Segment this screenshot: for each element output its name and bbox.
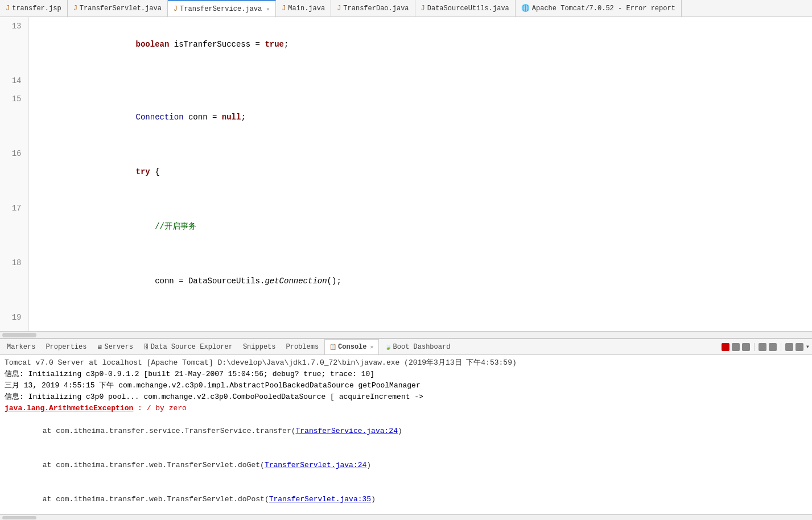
tab-label: TransferServlet.java <box>80 5 162 13</box>
servers-icon: 🖥 <box>97 344 102 350</box>
tab-label: Servers <box>104 343 133 351</box>
console-content[interactable]: Tomcat v7.0 Server at localhost [Apache … <box>0 355 812 514</box>
word-wrap-button[interactable] <box>769 343 777 351</box>
scrollbar-thumb <box>2 333 36 337</box>
tab-main-java[interactable]: J Main.java <box>276 0 331 16</box>
table-row: 17 //开启事务 <box>0 199 812 254</box>
console-tabs: Markers Properties 🖥 Servers 🗄 Data Sour… <box>0 339 812 355</box>
datasource-icon: 🗄 <box>143 344 149 350</box>
tab-icon: 🌐 <box>521 4 530 13</box>
close-icon[interactable]: ✕ <box>370 344 374 350</box>
tab-label: transfer.jsp <box>12 5 61 13</box>
tab-datasourceutils-java[interactable]: J DataSourceUtils.java <box>415 0 516 16</box>
open-console-button[interactable] <box>795 343 803 351</box>
tab-markers[interactable]: Markers <box>2 339 40 354</box>
tab-boot-dashboard[interactable]: 🍃 Boot Dashboard <box>380 339 455 354</box>
console-icon: 📋 <box>329 344 336 350</box>
code-container[interactable]: 13 boolean isTranferSuccess = true; 14 1… <box>0 17 812 331</box>
console-line-1: 信息: Initializing c3p0-0.9.1.2 [built 21-… <box>5 369 807 380</box>
tab-problems[interactable]: Problems <box>282 339 324 354</box>
line-content: Connection conn = null; <box>28 90 812 145</box>
close-icon[interactable]: ✕ <box>266 6 270 13</box>
exception-message: : / by zero <box>138 404 187 412</box>
line-number: 14 <box>0 72 28 90</box>
scroll-lock-button[interactable] <box>759 343 766 351</box>
tab-label: DataSourceUtils.java <box>427 5 509 13</box>
editor-scrollbar[interactable] <box>0 331 812 338</box>
tab-label: Markers <box>7 343 35 351</box>
tab-icon: J <box>337 5 341 13</box>
stack-link-3[interactable]: TransferServlet.java:35 <box>269 495 371 504</box>
bottom-panel: Markers Properties 🖥 Servers 🗄 Data Sour… <box>0 338 812 520</box>
console-toolbar: ▾ <box>722 342 810 351</box>
tab-servers[interactable]: 🖥 Servers <box>92 339 137 354</box>
exception-link[interactable]: java.lang.ArithmeticException <box>5 404 138 412</box>
separator <box>754 343 755 351</box>
tab-icon: J <box>6 5 10 13</box>
table-row: 16 try { <box>0 145 812 199</box>
tab-label: Problems <box>286 343 319 351</box>
code-table: 13 boolean isTranferSuccess = true; 14 1… <box>0 17 812 331</box>
tab-label: TransferDao.java <box>343 5 409 13</box>
stack-link-1[interactable]: TransferService.java:24 <box>296 427 398 435</box>
line-content <box>28 72 812 90</box>
tab-label: Properties <box>46 343 86 351</box>
line-number: 17 <box>0 199 28 254</box>
tab-icon: J <box>174 5 178 13</box>
table-row: 14 <box>0 72 812 90</box>
tab-apache-tomcat[interactable]: 🌐 Apache Tomcat/7.0.52 - Error report <box>516 0 682 16</box>
tab-transfer-jsp[interactable]: J transfer.jsp <box>0 0 68 16</box>
boot-icon: 🍃 <box>385 344 391 350</box>
tab-icon: J <box>282 5 286 13</box>
console-line-2: 三月 13, 2019 4:55:15 下午 com.mchange.v2.c3… <box>5 380 807 391</box>
stop-button[interactable] <box>722 343 729 351</box>
line-number: 19 <box>0 308 28 331</box>
tab-label: Snippets <box>243 343 276 351</box>
tab-icon: J <box>73 5 77 13</box>
line-content: //开启事务 <box>28 199 812 254</box>
console-stack-3: at com.itheima.transfer.web.TransferServ… <box>5 482 807 514</box>
tab-label: TransferService.java <box>180 5 262 13</box>
table-row: 15 Connection conn = null; <box>0 90 812 145</box>
tab-transferservlet-java[interactable]: J TransferServlet.java <box>68 0 168 16</box>
tab-label: Data Source Explorer <box>151 343 233 351</box>
tab-label: Console <box>338 343 366 351</box>
console-error-line: java.lang.ArithmeticException : / by zer… <box>5 403 807 414</box>
line-content: boolean isTranferSuccess = true; <box>28 17 812 72</box>
tab-snippets[interactable]: Snippets <box>238 339 281 354</box>
tab-transferdao-java[interactable]: J TransferDao.java <box>331 0 415 16</box>
tab-label: Boot Dashboard <box>393 343 451 351</box>
line-number: 15 <box>0 90 28 145</box>
tab-label: Main.java <box>288 5 325 13</box>
separator2 <box>781 343 781 351</box>
editor-area: 13 boolean isTranferSuccess = true; 14 1… <box>0 17 812 338</box>
stack-link-2[interactable]: TransferServlet.java:24 <box>265 461 366 469</box>
scrollbar-thumb <box>2 516 36 519</box>
line-content: try { <box>28 145 812 199</box>
pin-button[interactable] <box>785 343 793 351</box>
line-content: conn.setAutoCommit(false); <box>28 308 812 331</box>
line-number: 13 <box>0 17 28 72</box>
table-row: 13 boolean isTranferSuccess = true; <box>0 17 812 72</box>
line-number: 18 <box>0 254 28 308</box>
line-content: conn = DataSourceUtils.getConnection(); <box>28 254 812 308</box>
console-stack-1: at com.itheima.transfer.service.Transfer… <box>5 414 807 448</box>
console-line-3: 信息: Initializing c3p0 pool... com.mchang… <box>5 391 807 403</box>
table-row: 18 conn = DataSourceUtils.getConnection(… <box>0 254 812 308</box>
tab-bar: J transfer.jsp J TransferServlet.java J … <box>0 0 812 17</box>
tab-data-source-explorer[interactable]: 🗄 Data Source Explorer <box>139 339 237 354</box>
console-server-line: Tomcat v7.0 Server at localhost [Apache … <box>5 357 807 369</box>
chevron-down-icon[interactable]: ▾ <box>806 342 810 351</box>
tab-label: Apache Tomcat/7.0.52 - Error report <box>532 5 675 13</box>
line-number: 16 <box>0 145 28 199</box>
tab-icon: J <box>421 5 425 13</box>
tab-transferservice-java[interactable]: J TransferService.java ✕ <box>168 0 276 16</box>
tab-properties[interactable]: Properties <box>41 339 91 354</box>
clear-button[interactable] <box>742 343 750 351</box>
bottom-scrollbar[interactable] <box>0 514 812 520</box>
tab-console[interactable]: 📋 Console ✕ <box>324 339 378 354</box>
table-row: 19 conn.setAutoCommit(false); <box>0 308 812 331</box>
terminate-button[interactable] <box>732 343 740 351</box>
console-stack-2: at com.itheima.transfer.web.TransferServ… <box>5 448 807 482</box>
